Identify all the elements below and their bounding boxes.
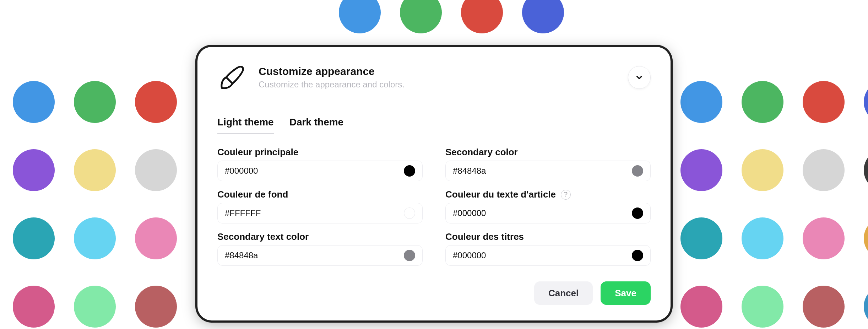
field-couleur-titres: Couleur des titres [445,231,651,266]
chevron-down-icon [635,73,644,82]
bg-dot [13,286,55,328]
color-text-input[interactable] [225,208,404,218]
color-text-input[interactable] [453,250,632,260]
bg-dot [339,0,381,33]
color-swatch[interactable] [632,250,643,261]
field-label: Secondary text color [217,231,309,242]
color-text-input[interactable] [225,166,404,176]
color-input-fond[interactable] [217,203,423,223]
color-input-titres[interactable] [445,245,651,266]
tab-dark-theme[interactable]: Dark theme [289,117,344,134]
card-title: Customize appearance [259,65,651,77]
field-texte-article: Couleur du texte d'article ? [445,189,651,223]
bg-dot [803,217,845,259]
field-couleur-fond: Couleur de fond [217,189,423,223]
bg-dot [803,81,845,123]
bg-dot [135,286,177,328]
card-header: Customize appearance Customize the appea… [217,64,651,92]
appearance-card: Customize appearance Customize the appea… [197,47,671,320]
color-text-input[interactable] [453,208,632,218]
color-input-secondary[interactable] [445,161,651,181]
color-input-principale[interactable] [217,161,423,181]
bg-dot [135,81,177,123]
field-label: Couleur principale [217,147,298,158]
bg-dot [74,149,116,191]
card-subtitle: Customize the appearance and colors. [259,80,651,90]
bg-dot [135,149,177,191]
color-text-input[interactable] [225,250,404,260]
bg-dot [13,149,55,191]
field-couleur-principale: Couleur principale [217,147,423,181]
bg-dot [135,217,177,259]
color-swatch[interactable] [404,165,415,177]
color-swatch[interactable] [632,165,643,177]
color-swatch[interactable] [404,250,415,261]
bg-dot [742,217,783,259]
bg-dot [680,217,722,259]
color-swatch[interactable] [632,207,643,219]
bg-dot [74,81,116,123]
color-input-article[interactable] [445,203,651,223]
bg-dot [13,81,55,123]
field-label: Couleur des titres [445,231,524,242]
brush-icon [217,64,246,92]
cancel-button[interactable]: Cancel [534,281,593,305]
bg-dot [400,0,442,33]
bg-dot [742,149,783,191]
bg-dot [680,149,722,191]
card-actions: Cancel Save [217,281,651,305]
theme-tabs: Light theme Dark theme [217,117,651,134]
bg-dot [742,286,783,328]
bg-dot [864,286,868,328]
bg-dot [680,81,722,123]
save-button[interactable]: Save [601,281,651,305]
bg-dot [742,81,783,123]
bg-dot [13,217,55,259]
field-secondary-text-color: Secondary text color [217,231,423,266]
bg-dot [864,149,868,191]
field-label: Couleur du texte d'article [445,189,556,200]
bg-dot [864,217,868,259]
bg-dot [74,217,116,259]
color-swatch[interactable] [404,207,415,219]
field-label: Secondary color [445,147,518,158]
color-text-input[interactable] [453,166,632,176]
color-input-secondary-text[interactable] [217,245,423,266]
bg-dot [461,0,503,33]
collapse-button[interactable] [628,66,651,89]
bg-dot [803,286,845,328]
color-fields-grid: Couleur principale Secondary color Coule… [217,147,651,266]
help-icon[interactable]: ? [561,190,571,200]
bg-dot [864,81,868,123]
bg-dot [522,0,564,33]
header-text: Customize appearance Customize the appea… [259,64,651,90]
tab-light-theme[interactable]: Light theme [217,117,274,134]
bg-dot [74,286,116,328]
field-secondary-color: Secondary color [445,147,651,181]
bg-dot [680,286,722,328]
field-label: Couleur de fond [217,189,288,200]
bg-dot [803,149,845,191]
